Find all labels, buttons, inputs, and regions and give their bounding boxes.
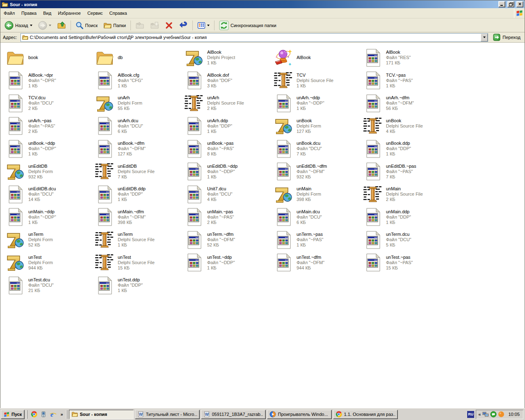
- file-tile[interactable]: unMain Delphi Form 398 КБ: [274, 183, 361, 206]
- file-icon: [274, 139, 293, 159]
- file-tile[interactable]: TCV.~pas Файл "~PAS" 1 КБ: [363, 69, 450, 92]
- file-tile[interactable]: unBook.ddp Файл "DDP" 1 КБ: [363, 137, 450, 160]
- file-tile[interactable]: unArh.~dfm Файл "~DFM" 56 КБ: [363, 92, 450, 115]
- file-tile[interactable]: AlBook.cfg Файл "CFG" 1 КБ: [95, 69, 182, 92]
- file-tile[interactable]: unTest.~ddp Файл "~DDP" 1 КБ: [184, 251, 271, 274]
- file-tile[interactable]: unArh Delphi Source File 2 КБ: [184, 92, 271, 115]
- titlebar[interactable]: Sour - копия ×: [0, 0, 525, 8]
- file-tile[interactable]: unTest.dcu Файл "DCU" 21 КБ: [5, 274, 92, 297]
- file-tile[interactable]: unBook.~pas Файл "~PAS" 8 КБ: [184, 137, 271, 160]
- close-button[interactable]: ×: [516, 1, 523, 7]
- file-tile[interactable]: unTest.ddp Файл "DDP" 1 КБ: [95, 274, 182, 297]
- file-tile[interactable]: db: [95, 46, 182, 69]
- network-tray-icon[interactable]: [482, 411, 489, 418]
- start-button[interactable]: Пуск: [1, 410, 25, 419]
- file-tile[interactable]: unMain.dcu Файл "DCU" 6 КБ: [274, 206, 361, 229]
- copy-to-button[interactable]: [148, 20, 162, 31]
- file-tile[interactable]: unMain.ddp Файл "DDP" 1 КБ: [363, 206, 450, 229]
- file-tile[interactable]: Unit7.dcu Файл "DCU" 4 КБ: [184, 183, 271, 206]
- file-tile[interactable]: book: [5, 46, 92, 69]
- move-to-button[interactable]: [133, 20, 147, 31]
- file-tile[interactable]: TCV Delphi Source File 1 КБ: [274, 69, 361, 92]
- minimize-button[interactable]: [498, 1, 505, 7]
- file-type: Delphi Source File: [118, 169, 155, 174]
- file-tile[interactable]: unTest Delphi Form 944 КБ: [5, 251, 92, 274]
- views-button[interactable]: [195, 20, 212, 31]
- tray-chevron[interactable]: «: [478, 412, 481, 417]
- file-tile[interactable]: unTerm.~pas Файл "~PAS" 1 КБ: [274, 228, 361, 251]
- restore-button[interactable]: [507, 1, 514, 7]
- file-tile[interactable]: unEditDB Delphi Form 932 КБ: [5, 160, 92, 183]
- file-tile[interactable]: unArh Delphi Form 55 КБ: [95, 92, 182, 115]
- delete-button[interactable]: [162, 20, 176, 31]
- file-tile[interactable]: unEditDB Delphi Source File 7 КБ: [95, 160, 182, 183]
- menu-help[interactable]: Справка: [106, 8, 130, 18]
- file-tile[interactable]: unTerm Delphi Form 52 КБ: [5, 228, 92, 251]
- file-tile[interactable]: unArh.~ddp Файл "~DDP" 1 КБ: [274, 92, 361, 115]
- file-tile[interactable]: unMain.~dfm Файл "~DFM" 398 КБ: [95, 206, 182, 229]
- menu-favorites[interactable]: Избранное: [55, 8, 84, 18]
- search-button[interactable]: Поиск: [73, 20, 100, 31]
- go-button[interactable]: Переход: [490, 33, 523, 42]
- taskbar-task-button[interactable]: Проигрыватель Windo...: [267, 410, 332, 419]
- orange-tray-icon[interactable]: [498, 411, 504, 418]
- file-tile[interactable]: unBook Delphi Form 127 КБ: [274, 115, 361, 138]
- taskbar-task-button[interactable]: 1.1. Основания для раз...: [333, 410, 398, 419]
- taskbar-task-button[interactable]: W 0591172_1B3A7_razrab...: [201, 410, 266, 419]
- file-tile[interactable]: unBook.dcu Файл "DCU" 7 КБ: [274, 137, 361, 160]
- file-tile[interactable]: AlBook Файл "RES" 171 КБ: [363, 46, 450, 69]
- task-label: Проигрыватель Windo...: [278, 412, 328, 417]
- file-tile[interactable]: AlBook Delphi Project 1 КБ: [184, 46, 271, 69]
- menu-edit[interactable]: Правка: [18, 8, 40, 18]
- taskbar-task-button[interactable]: Sour - копия: [69, 410, 134, 419]
- menu-tools[interactable]: Сервис: [84, 8, 106, 18]
- file-tile[interactable]: unEditDB.ddp Файл "DDP" 1 КБ: [95, 183, 182, 206]
- address-dropdown-button[interactable]: [481, 34, 488, 41]
- file-type: Файл "~PAS": [386, 260, 413, 265]
- file-tile[interactable]: unTest Delphi Source File 15 КБ: [95, 251, 182, 274]
- chrome-quicklaunch-icon[interactable]: [30, 411, 38, 418]
- file-icon: [274, 253, 293, 272]
- file-tile[interactable]: unEditDB.~dfm Файл "~DFM" 932 КБ: [274, 160, 361, 183]
- file-tile[interactable]: unEditDB.dcu Файл "DCU" 14 КБ: [5, 183, 92, 206]
- up-button[interactable]: [55, 20, 68, 31]
- menu-view[interactable]: Вид: [40, 8, 55, 18]
- folder-sync-button[interactable]: Синхронизация папки: [217, 20, 279, 31]
- file-tile[interactable]: unBook.~dfm Файл "~DFM" 127 КБ: [95, 137, 182, 160]
- file-tile[interactable]: unMain.~pas Файл "~PAS" 2 КБ: [184, 206, 271, 229]
- file-tile[interactable]: unTerm.dcu Файл "DCU" 5 КБ: [363, 228, 450, 251]
- file-size: 944 КБ: [297, 265, 324, 271]
- file-tile[interactable]: unBook Delphi Source File 4 КБ: [363, 115, 450, 138]
- file-tile[interactable]: unTest.~dfm Файл "~DFM" 944 КБ: [274, 251, 361, 274]
- file-tile[interactable]: TCV.dcu Файл "DCU" 2 КБ: [5, 92, 92, 115]
- file-tile[interactable]: AlBook.~dpr Файл "~DPR" 1 КБ: [5, 69, 92, 92]
- file-tile[interactable]: unBook.~ddp Файл "~DDP" 1 КБ: [5, 137, 92, 160]
- file-tile[interactable]: unEditDB.~ddp Файл "~DDP" 1 КБ: [184, 160, 271, 183]
- ie-quicklaunch-icon[interactable]: e: [49, 411, 57, 418]
- address-input[interactable]: C:\Documents and Settings\Bufer\Рабочий …: [21, 33, 488, 42]
- folders-button[interactable]: Папки: [101, 20, 128, 31]
- quick-launch-overflow-chevron[interactable]: »: [59, 412, 64, 417]
- language-indicator[interactable]: RU: [467, 411, 474, 418]
- file-tile[interactable]: unMain Delphi Source File 2 КБ: [363, 183, 450, 206]
- file-tile[interactable]: unArh.dcu Файл "DCU" 6 КБ: [95, 115, 182, 138]
- file-tile[interactable]: unTerm.~dfm Файл "~DFM" 52 КБ: [184, 228, 271, 251]
- close-icon: ×: [518, 2, 521, 7]
- menu-file[interactable]: Файл: [0, 8, 18, 18]
- delphi7-icon: [274, 185, 293, 204]
- back-button[interactable]: Назад: [2, 20, 35, 31]
- phone-quicklaunch-icon[interactable]: [40, 411, 47, 418]
- messenger-tray-icon[interactable]: [490, 411, 497, 418]
- file-tile[interactable]: unArh.~pas Файл "~PAS" 2 КБ: [5, 115, 92, 138]
- file-tile[interactable]: unTerm Delphi Source File 1 КБ: [95, 228, 182, 251]
- file-tile[interactable]: unEditDB.~pas Файл "~PAS" 7 КБ: [363, 160, 450, 183]
- clock[interactable]: 10:05: [506, 412, 521, 417]
- file-tile[interactable]: AlBook.dof Файл "DOF" 3 КБ: [184, 69, 271, 92]
- file-tile[interactable]: unMain.~ddp Файл "~DDP" 1 КБ: [5, 206, 92, 229]
- undo-button[interactable]: [176, 20, 190, 31]
- taskbar-task-button[interactable]: W Титульный лист - Micro...: [135, 410, 200, 419]
- file-tile[interactable]: unTest.~pas Файл "~PAS" 15 КБ: [363, 251, 450, 274]
- file-tile[interactable]: unArh.ddp Файл "DDP" 1 КБ: [184, 115, 271, 138]
- forward-button[interactable]: [36, 20, 54, 31]
- file-tile[interactable]: AlBook: [274, 46, 361, 69]
